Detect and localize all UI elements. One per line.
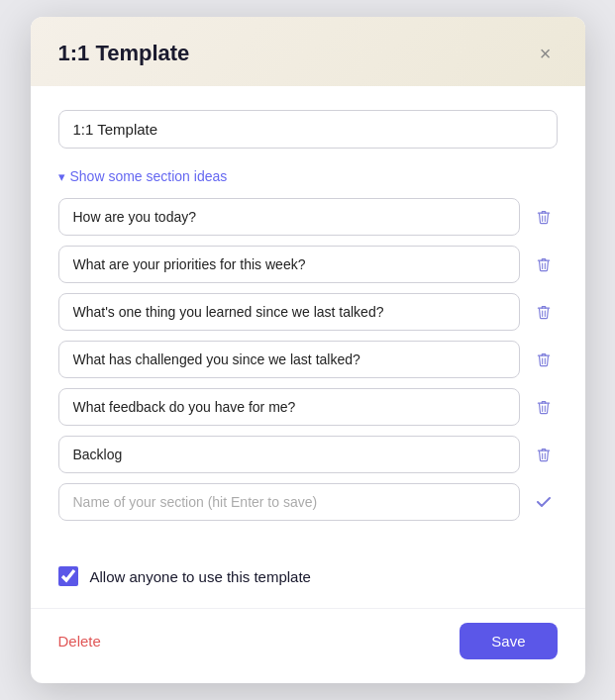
section-input[interactable] (58, 198, 520, 236)
show-ideas-label: Show some section ideas (70, 168, 228, 184)
section-input[interactable] (58, 341, 520, 378)
trash-icon (536, 351, 552, 367)
section-input[interactable] (58, 436, 520, 473)
allow-anyone-section: Allow anyone to use this template (58, 549, 558, 604)
list-item (58, 246, 558, 283)
delete-section-button[interactable] (530, 252, 558, 276)
modal-title: 1:1 Template (58, 41, 190, 66)
trash-icon (536, 447, 552, 462)
confirm-section-button[interactable] (530, 490, 558, 514)
template-name-input[interactable] (58, 110, 558, 149)
close-button[interactable]: × (534, 42, 558, 65)
section-input[interactable] (58, 293, 520, 331)
delete-section-button[interactable] (530, 395, 558, 419)
modal-footer: Delete Save (31, 608, 585, 683)
list-item (58, 198, 558, 236)
modal-body: ▾ Show some section ideas (31, 86, 585, 604)
allow-anyone-label[interactable]: Allow anyone to use this template (90, 568, 311, 585)
allow-anyone-checkbox[interactable] (58, 566, 78, 586)
show-ideas-link[interactable]: ▾ Show some section ideas (58, 168, 228, 184)
save-button[interactable]: Save (460, 623, 557, 659)
list-item (58, 436, 558, 473)
trash-icon (536, 256, 552, 272)
modal-container: 1:1 Template × ▾ Show some section ideas (31, 17, 585, 683)
new-section-row (58, 483, 558, 521)
check-icon (536, 494, 552, 510)
new-section-input[interactable] (58, 483, 520, 521)
list-item (58, 293, 558, 331)
list-item (58, 341, 558, 378)
trash-icon (536, 399, 552, 415)
trash-icon (536, 209, 552, 225)
list-item (58, 388, 558, 426)
delete-section-button[interactable] (530, 300, 558, 324)
delete-section-button[interactable] (530, 205, 558, 229)
trash-icon (536, 304, 552, 320)
delete-section-button[interactable] (530, 348, 558, 371)
modal-header: 1:1 Template × (31, 17, 585, 86)
delete-section-button[interactable] (530, 443, 558, 466)
section-input[interactable] (58, 246, 520, 283)
section-input[interactable] (58, 388, 520, 426)
section-list (58, 198, 558, 473)
delete-button[interactable]: Delete (58, 633, 101, 650)
chevron-down-icon: ▾ (58, 169, 65, 184)
